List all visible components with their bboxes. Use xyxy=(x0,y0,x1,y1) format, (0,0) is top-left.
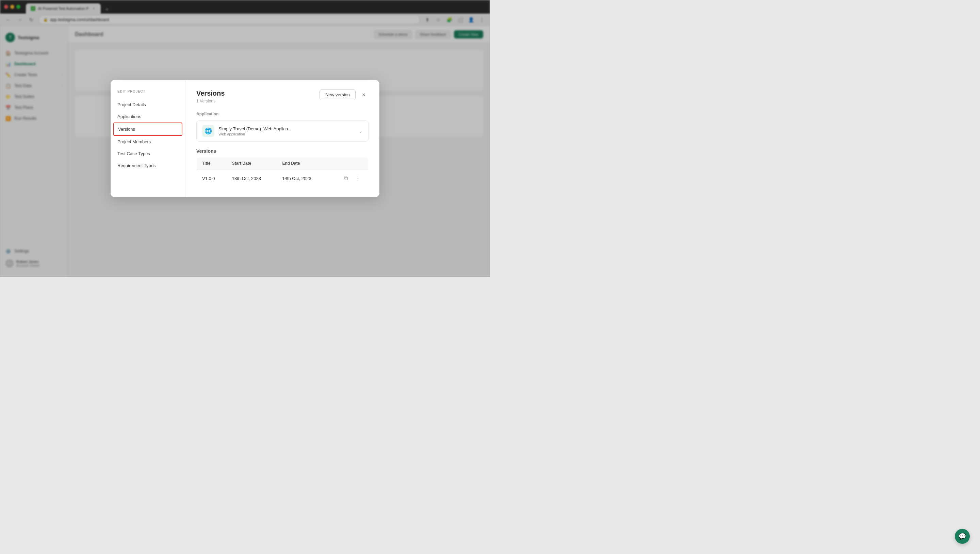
modal-sidebar-label: EDIT PROJECT xyxy=(111,89,185,99)
version-title: V1.0.0 xyxy=(197,169,227,188)
col-title: Title xyxy=(197,158,227,169)
modal-nav-applications[interactable]: Applications xyxy=(111,111,185,123)
versions-section-label: Versions xyxy=(196,148,369,154)
row-actions: ⧉ ⋮ xyxy=(332,174,363,183)
modal-nav-label-test-case-types: Test Case Types xyxy=(118,151,150,156)
modal-nav-label-applications: Applications xyxy=(118,114,141,119)
modal-nav-label-project-details: Project Details xyxy=(118,102,146,107)
modal-nav-project-members[interactable]: Project Members xyxy=(111,136,185,148)
modal-header: Versions 1 Versions New version × xyxy=(196,89,369,103)
modal-nav-label-requirement-types: Requirement Types xyxy=(118,163,156,168)
table-row: V1.0.0 13th Oct, 2023 14th Oct, 2023 ⧉ ⋮ xyxy=(197,169,369,188)
col-start-date: Start Date xyxy=(227,158,277,169)
application-section-label: Application xyxy=(196,111,369,116)
version-end-date: 14th Oct, 2023 xyxy=(277,169,327,188)
version-start-date: 13th Oct, 2023 xyxy=(227,169,277,188)
app-type: Web application xyxy=(218,132,355,136)
modal-header-actions: New version × xyxy=(320,89,369,100)
modal-overlay: EDIT PROJECT Project Details Application… xyxy=(0,0,490,277)
modal-title-block: Versions 1 Versions xyxy=(196,89,224,103)
modal-nav-test-case-types[interactable]: Test Case Types xyxy=(111,148,185,159)
col-end-date: End Date xyxy=(277,158,327,169)
modal-title: Versions xyxy=(196,89,224,97)
modal-nav-project-details[interactable]: Project Details xyxy=(111,99,185,111)
close-modal-button[interactable]: × xyxy=(359,90,369,100)
modal-nav-versions[interactable]: Versions xyxy=(113,123,182,136)
app-name: Simply Travel (Demo)_Web Applica... xyxy=(218,126,355,131)
app-info: Simply Travel (Demo)_Web Applica... Web … xyxy=(218,126,355,136)
application-row[interactable]: 🌐 Simply Travel (Demo)_Web Applica... We… xyxy=(196,121,369,142)
page-root: T AI Powered Test Automation P × + ← → ↻… xyxy=(0,0,490,277)
modal-sidebar: EDIT PROJECT Project Details Application… xyxy=(111,80,185,197)
table-header-row: Title Start Date End Date xyxy=(197,158,369,169)
versions-table: Title Start Date End Date V1.0.0 13th Oc… xyxy=(196,157,369,188)
copy-version-button[interactable]: ⧉ xyxy=(341,174,350,183)
version-actions-cell: ⧉ ⋮ xyxy=(327,169,368,188)
more-options-button[interactable]: ⋮ xyxy=(353,174,363,183)
modal-nav-label-versions: Versions xyxy=(118,127,135,132)
edit-project-modal: EDIT PROJECT Project Details Application… xyxy=(111,80,379,197)
new-version-button[interactable]: New version xyxy=(320,89,356,100)
modal-nav-label-project-members: Project Members xyxy=(118,139,151,144)
modal-nav-requirement-types[interactable]: Requirement Types xyxy=(111,159,185,172)
globe-icon: 🌐 xyxy=(202,125,215,137)
modal-subtitle: 1 Versions xyxy=(196,99,224,103)
chevron-down-icon: ⌄ xyxy=(359,128,363,134)
col-actions xyxy=(327,158,368,169)
modal-main-content: Versions 1 Versions New version × Applic… xyxy=(185,80,379,197)
